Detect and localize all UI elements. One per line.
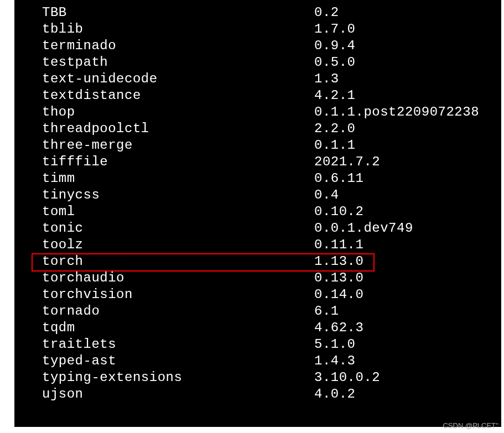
terminal-output: TBB0.2tblib1.7.0terminado0.9.4testpath0.…	[14, 0, 501, 427]
package-name: three-merge	[42, 137, 314, 154]
package-name: tinycss	[42, 187, 314, 204]
package-version: 4.62.3	[314, 320, 490, 336]
package-name: tblib	[42, 21, 314, 38]
package-row: tifffile2021.7.2	[42, 154, 490, 170]
package-version: 0.1.1.post2209072238	[314, 104, 490, 121]
package-version: 0.6.11	[314, 170, 490, 187]
package-name: traitlets	[42, 336, 314, 353]
package-row: testpath0.5.0	[42, 54, 490, 71]
package-row: tinycss0.4	[42, 187, 490, 204]
package-row: torchvision0.14.0	[42, 286, 490, 303]
package-name: textdistance	[42, 87, 314, 104]
package-version: 4.0.2	[314, 386, 490, 403]
package-version: 0.1.1	[314, 137, 490, 154]
package-row: typed-ast1.4.3	[42, 353, 490, 369]
package-name: testpath	[42, 54, 314, 71]
package-row: traitlets5.1.0	[42, 336, 490, 353]
package-version: 1.13.0	[314, 253, 490, 270]
package-name: timm	[42, 170, 314, 187]
package-version: 0.14.0	[314, 286, 490, 303]
package-name: torch	[42, 253, 314, 270]
package-name: tqdm	[42, 320, 314, 336]
package-version: 1.4.3	[314, 353, 490, 369]
package-row: torchaudio0.13.0	[42, 270, 490, 286]
package-row: tonic0.0.1.dev749	[42, 220, 490, 237]
package-row: tblib1.7.0	[42, 21, 490, 38]
package-version: 0.13.0	[314, 270, 490, 286]
package-name: TBB	[42, 4, 314, 21]
package-version: 6.1	[314, 303, 490, 320]
package-name: text-unidecode	[42, 71, 314, 87]
watermark-text: CSDN @PLCET''	[443, 421, 498, 430]
package-name: torchvision	[42, 286, 314, 303]
package-version: 1.7.0	[314, 21, 490, 38]
package-version: 0.11.1	[314, 237, 490, 253]
package-row: TBB0.2	[42, 4, 490, 21]
package-row: textdistance4.2.1	[42, 87, 490, 104]
package-row: toml0.10.2	[42, 204, 490, 220]
package-name: tifffile	[42, 154, 314, 170]
package-row: text-unidecode1.3	[42, 71, 490, 87]
package-row: typing-extensions3.10.0.2	[42, 369, 490, 386]
package-name: tornado	[42, 303, 314, 320]
package-row: tornado6.1	[42, 303, 490, 320]
package-row: torch1.13.0	[42, 253, 490, 270]
package-version: 0.9.4	[314, 38, 490, 54]
package-version: 2021.7.2	[314, 154, 490, 170]
package-row: timm0.6.11	[42, 170, 490, 187]
package-version: 1.3	[314, 71, 490, 87]
package-name: toml	[42, 204, 314, 220]
package-version: 0.2	[314, 4, 490, 21]
package-row: thop0.1.1.post2209072238	[42, 104, 490, 121]
package-version: 0.4	[314, 187, 490, 204]
package-name: ujson	[42, 386, 314, 403]
package-row: three-merge0.1.1	[42, 137, 490, 154]
package-version: 3.10.0.2	[314, 369, 490, 386]
package-version: 4.2.1	[314, 87, 490, 104]
package-row: threadpoolctl2.2.0	[42, 121, 490, 137]
package-version: 2.2.0	[314, 121, 490, 137]
package-name: terminado	[42, 38, 314, 54]
package-list: TBB0.2tblib1.7.0terminado0.9.4testpath0.…	[42, 4, 490, 403]
package-name: typed-ast	[42, 353, 314, 369]
package-row: ujson4.0.2	[42, 386, 490, 403]
package-version: 5.1.0	[314, 336, 490, 353]
package-row: toolz0.11.1	[42, 237, 490, 253]
package-version: 0.5.0	[314, 54, 490, 71]
package-name: tonic	[42, 220, 314, 237]
package-row: terminado0.9.4	[42, 38, 490, 54]
package-name: toolz	[42, 237, 314, 253]
package-version: 0.0.1.dev749	[314, 220, 490, 237]
package-name: threadpoolctl	[42, 121, 314, 137]
package-name: torchaudio	[42, 270, 314, 286]
package-name: thop	[42, 104, 314, 121]
package-version: 0.10.2	[314, 204, 490, 220]
package-row: tqdm4.62.3	[42, 320, 490, 336]
package-name: typing-extensions	[42, 369, 314, 386]
